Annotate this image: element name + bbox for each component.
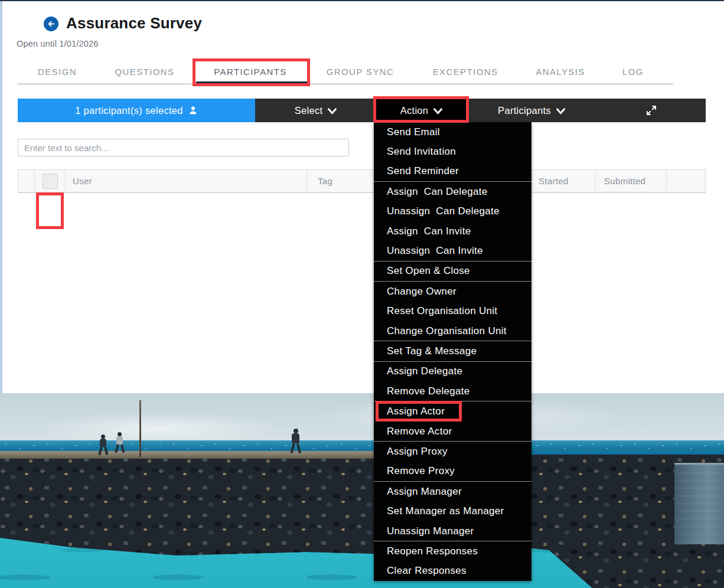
photo-pole bbox=[139, 400, 141, 457]
participants-label: Participants bbox=[498, 105, 551, 116]
menu-item-remove-proxy[interactable]: Remove Proxy bbox=[374, 462, 531, 481]
column-header-submitted: Submitted bbox=[604, 176, 666, 186]
photo-person-2 bbox=[116, 432, 123, 453]
chevron-down-icon bbox=[556, 108, 565, 115]
menu-item-unassign-can-delegate[interactable]: Unassign Can Delegate bbox=[374, 202, 531, 221]
menu-item-unassign-can-invite[interactable]: Unassign Can Invite bbox=[374, 241, 531, 260]
action-label: Action bbox=[400, 105, 429, 116]
select-all-checkbox[interactable] bbox=[43, 174, 58, 189]
action-dropdown-menu: Send EmailSend InvitationSend ReminderAs… bbox=[374, 122, 531, 581]
menu-item-assign-delegate[interactable]: Assign Delegate bbox=[374, 362, 531, 381]
menu-item-send-reminder[interactable]: Send Reminder bbox=[374, 162, 531, 181]
select-label: Select bbox=[295, 105, 323, 116]
window-left-border bbox=[0, 1, 2, 393]
menu-item-remove-actor[interactable]: Remove Actor bbox=[374, 422, 531, 441]
expand-table-button[interactable] bbox=[596, 99, 706, 122]
participants-dropdown-button[interactable]: Participants bbox=[467, 99, 596, 122]
menu-item-reopen-responses[interactable]: Reopen Responses bbox=[374, 541, 531, 561]
tab-design[interactable]: DESIGN bbox=[38, 67, 77, 77]
participants-toolbar: 1 participant(s) selected Select Action … bbox=[18, 99, 706, 122]
menu-item-set-open-close[interactable]: Set Open & Close bbox=[374, 262, 531, 281]
menu-item-assign-manager[interactable]: Assign Manager bbox=[374, 482, 531, 501]
highlight-box-selected-row-checkbox bbox=[36, 192, 64, 229]
photo-person-3 bbox=[292, 429, 299, 453]
menu-item-assign-can-invite[interactable]: Assign Can Invite bbox=[374, 221, 531, 241]
tab-analysis[interactable]: ANALYSIS bbox=[536, 67, 585, 77]
menu-item-change-organisation-unit[interactable]: Change Organisation Unit bbox=[374, 321, 531, 341]
participants-table: User Tag Started Submitted bbox=[18, 169, 706, 193]
menu-item-set-tag-message[interactable]: Set Tag & Message bbox=[374, 341, 531, 361]
search-input[interactable] bbox=[18, 139, 349, 156]
selection-count-button[interactable]: 1 participant(s) selected bbox=[18, 99, 255, 122]
tab-exceptions[interactable]: EXCEPTIONS bbox=[433, 67, 498, 77]
photo-sky bbox=[0, 393, 724, 444]
person-icon bbox=[188, 106, 198, 115]
menu-item-assign-proxy[interactable]: Assign Proxy bbox=[374, 442, 531, 461]
selection-count-label: 1 participant(s) selected bbox=[75, 105, 183, 116]
select-all-cell bbox=[35, 170, 66, 192]
expander-column-header bbox=[18, 170, 35, 192]
expand-diagonal-icon bbox=[646, 105, 657, 116]
menu-item-send-email[interactable]: Send Email bbox=[374, 122, 531, 142]
background-photo-breakwater bbox=[0, 393, 724, 588]
menu-item-change-owner[interactable]: Change Owner bbox=[374, 282, 531, 301]
menu-item-set-manager-as-manager[interactable]: Set Manager as Manager bbox=[374, 501, 531, 521]
menu-item-assign-can-delegate[interactable]: Assign Can Delegate bbox=[374, 182, 531, 201]
tab-log[interactable]: LOG bbox=[622, 67, 644, 77]
menu-item-reset-organisation-unit[interactable]: Reset Organisation Unit bbox=[374, 302, 531, 321]
photo-walkway bbox=[0, 451, 381, 459]
column-header-started: Started bbox=[539, 176, 595, 186]
select-dropdown-button[interactable]: Select bbox=[255, 99, 376, 122]
action-dropdown-button[interactable]: Action bbox=[376, 99, 467, 122]
tab-group-sync[interactable]: GROUP SYNC bbox=[327, 67, 394, 77]
arrow-left-icon bbox=[47, 19, 56, 28]
chevron-down-icon bbox=[328, 108, 337, 115]
menu-item-remove-delegate[interactable]: Remove Delegate bbox=[374, 381, 531, 401]
active-tab-underline bbox=[196, 81, 309, 84]
menu-item-send-invitation[interactable]: Send Invitation bbox=[374, 142, 531, 161]
photo-stone-tower bbox=[674, 463, 724, 544]
back-button[interactable] bbox=[44, 17, 58, 31]
menu-item-unassign-manager[interactable]: Unassign Manager bbox=[374, 521, 531, 541]
app-window: Assurance Survey Open until 1/01/2026 DE… bbox=[0, 0, 724, 588]
column-header-user: User bbox=[73, 176, 306, 186]
tab-track bbox=[18, 83, 673, 85]
survey-open-until: Open until 1/01/2026 bbox=[17, 39, 99, 48]
page-title: Assurance Survey bbox=[66, 14, 202, 32]
photo-person-1 bbox=[99, 435, 107, 455]
tab-bar: DESIGNQUESTIONSPARTICIPANTSGROUP SYNCEXC… bbox=[0, 62, 724, 86]
tab-participants[interactable]: PARTICIPANTS bbox=[214, 67, 287, 77]
chevron-down-icon bbox=[433, 108, 442, 115]
menu-item-assign-actor[interactable]: Assign Actor bbox=[374, 401, 531, 421]
table-header-row: User Tag Started Submitted bbox=[18, 170, 705, 192]
tab-questions[interactable]: QUESTIONS bbox=[115, 67, 175, 77]
column-header-view bbox=[667, 170, 704, 192]
menu-item-clear-responses[interactable]: Clear Responses bbox=[374, 561, 531, 581]
